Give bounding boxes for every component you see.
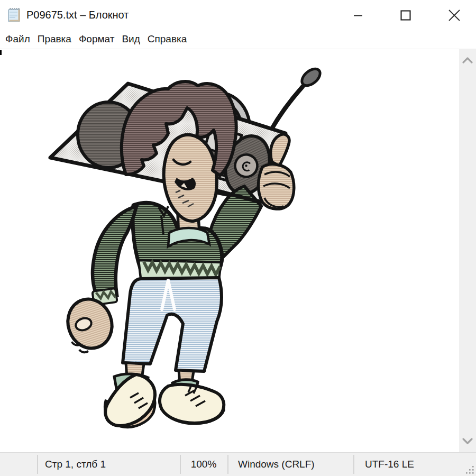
menu-file[interactable]: Файл	[2, 30, 34, 49]
text-editor-area[interactable]	[0, 49, 476, 452]
close-icon	[447, 8, 461, 22]
vertical-scrollbar[interactable]	[459, 49, 476, 452]
status-divider	[37, 455, 38, 474]
statusbar: Стр 1, стлб 1 100% Windows (CRLF) UTF-16…	[0, 452, 476, 476]
status-encoding: UTF-16 LE	[365, 453, 414, 476]
left-sleeve	[93, 206, 136, 295]
status-divider	[353, 455, 354, 474]
menu-format[interactable]: Формат	[75, 30, 118, 49]
clipart-man-with-boombox	[0, 49, 459, 452]
menubar: Файл Правка Формат Вид Справка	[0, 30, 476, 49]
menu-edit[interactable]: Правка	[34, 30, 75, 49]
scroll-down-icon[interactable]	[462, 437, 473, 445]
menu-view[interactable]: Вид	[118, 30, 143, 49]
notepad-window: P09675.txt – Блокнот Файл Правка Формат …	[0, 0, 476, 476]
status-line-ending: Windows (CRLF)	[238, 453, 315, 476]
status-divider	[227, 455, 228, 474]
scroll-up-icon[interactable]	[462, 57, 473, 64]
maximize-button[interactable]	[389, 0, 423, 30]
left-shoe	[105, 374, 155, 427]
notepad-icon	[7, 7, 22, 23]
status-zoom-level[interactable]: 100%	[180, 453, 227, 476]
maximize-icon	[399, 9, 412, 22]
minimize-icon	[352, 9, 364, 22]
face	[164, 135, 217, 221]
titlebar: P09675.txt – Блокнот	[0, 0, 476, 30]
thumb	[271, 134, 289, 166]
window-title: P09675.txt – Блокнот	[26, 0, 129, 30]
right-shoe	[160, 385, 224, 424]
minimize-button[interactable]	[341, 0, 375, 30]
resize-grip-icon[interactable]	[465, 465, 475, 475]
jeans	[123, 278, 222, 371]
status-cursor-position: Стр 1, стлб 1	[45, 453, 106, 476]
menu-help[interactable]: Справка	[144, 30, 191, 49]
close-button[interactable]	[437, 0, 471, 30]
